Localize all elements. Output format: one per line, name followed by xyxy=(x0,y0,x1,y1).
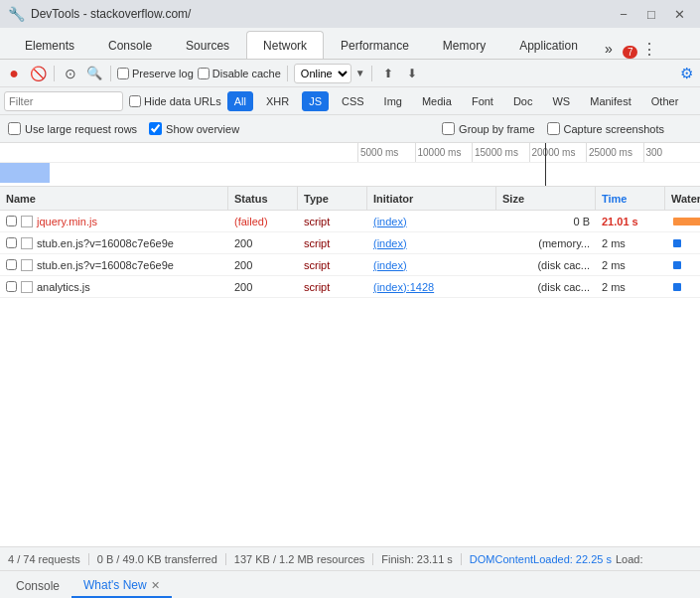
show-overview-label[interactable]: Show overview xyxy=(149,122,239,135)
tick-25000: 25000 ms xyxy=(586,143,643,162)
table-row[interactable]: jquery.min.js (failed) script (index) 0 … xyxy=(0,211,700,232)
close-button[interactable]: ✕ xyxy=(666,4,692,24)
options-right: Group by frame Capture screenshots xyxy=(442,122,664,135)
row-checkbox-3[interactable] xyxy=(6,259,17,270)
empty-table-space xyxy=(0,298,700,517)
filter-bar: Hide data URLs All XHR JS CSS Img Media … xyxy=(0,87,700,115)
divider-4 xyxy=(371,66,372,81)
th-type[interactable]: Type xyxy=(298,187,367,210)
show-overview-checkbox[interactable] xyxy=(149,122,162,135)
file-icon-4 xyxy=(21,281,33,293)
filter-button[interactable]: ⊙ xyxy=(61,64,80,83)
filter-type-media[interactable]: Media xyxy=(415,91,459,111)
td-time-3: 2 ms xyxy=(596,259,665,271)
tab-network[interactable]: Network xyxy=(246,31,324,59)
td-time-1: 21.01 s xyxy=(596,216,665,227)
td-waterfall-1 xyxy=(665,214,700,229)
tick-300: 300 xyxy=(643,143,701,162)
tab-elements[interactable]: Elements xyxy=(8,31,91,59)
td-status-1: (failed) xyxy=(228,216,298,227)
more-tabs-button[interactable]: » xyxy=(599,39,619,59)
th-status[interactable]: Status xyxy=(228,187,298,210)
th-size[interactable]: Size xyxy=(496,187,596,210)
td-initiator-2[interactable]: (index) xyxy=(367,237,496,249)
td-initiator-1[interactable]: (index) xyxy=(367,216,496,227)
large-rows-label[interactable]: Use large request rows xyxy=(8,122,137,135)
close-whatsnew-icon[interactable]: ✕ xyxy=(151,579,160,592)
network-toolbar: ● 🚫 ⊙ 🔍 Preserve log Disable cache Onlin… xyxy=(0,60,700,87)
throttle-select[interactable]: Online xyxy=(294,64,351,83)
bottom-tab-whatsnew[interactable]: What's New ✕ xyxy=(71,574,172,598)
tab-sources[interactable]: Sources xyxy=(169,31,246,59)
td-type-1: script xyxy=(298,216,367,227)
filter-type-all[interactable]: All xyxy=(227,91,253,111)
filter-type-css[interactable]: CSS xyxy=(335,91,371,111)
th-name[interactable]: Name xyxy=(0,187,228,210)
row-checkbox-4[interactable] xyxy=(6,281,17,292)
row-checkbox-2[interactable] xyxy=(6,237,17,248)
filter-type-manifest[interactable]: Manifest xyxy=(583,91,638,111)
td-time-2: 2 ms xyxy=(596,237,665,249)
divider-1 xyxy=(54,66,55,81)
tab-performance[interactable]: Performance xyxy=(324,31,426,59)
table-row[interactable]: stub.en.js?v=16008c7e6e9e 200 script (in… xyxy=(0,232,700,254)
group-by-frame-label[interactable]: Group by frame xyxy=(442,122,534,135)
finish-time: Finish: 23.11 s xyxy=(381,553,462,565)
filter-type-img[interactable]: Img xyxy=(377,91,409,111)
row-checkbox-1[interactable] xyxy=(6,216,17,226)
th-time[interactable]: Time xyxy=(596,187,665,210)
record-button[interactable]: ● xyxy=(4,64,24,83)
options-bar: Use large request rows Show overview Gro… xyxy=(0,115,700,143)
td-name-1: jquery.min.js xyxy=(0,216,228,227)
preserve-log-label[interactable]: Preserve log xyxy=(117,68,194,79)
table-row[interactable]: stub.en.js?v=16008c7e6e9e 200 script (in… xyxy=(0,254,700,276)
td-status-3: 200 xyxy=(228,259,298,271)
import-button[interactable]: ⬆ xyxy=(378,64,398,83)
filter-type-js[interactable]: JS xyxy=(302,91,329,111)
th-waterfall[interactable]: Waterfall xyxy=(665,187,700,210)
table-row[interactable]: analytics.js 200 script (index):1428 (di… xyxy=(0,276,700,298)
filter-type-doc[interactable]: Doc xyxy=(506,91,540,111)
maximize-button[interactable]: □ xyxy=(638,4,664,24)
window-title: DevTools - stackoverflow.com/ xyxy=(31,7,605,21)
large-rows-checkbox[interactable] xyxy=(8,122,21,135)
export-button[interactable]: ⬇ xyxy=(402,64,422,83)
table-header: Name Status Type Initiator Size Time Wat… xyxy=(0,187,700,211)
th-initiator[interactable]: Initiator xyxy=(367,187,496,210)
disable-cache-label[interactable]: Disable cache xyxy=(198,68,281,79)
preserve-log-checkbox[interactable] xyxy=(117,68,129,79)
minimize-button[interactable]: − xyxy=(611,4,636,24)
settings-button[interactable]: ⚙ xyxy=(676,64,696,83)
filter-type-other[interactable]: Other xyxy=(644,91,686,111)
file-icon-3 xyxy=(21,259,33,271)
timeline-overview-bar xyxy=(0,163,50,183)
filter-type-ws[interactable]: WS xyxy=(545,91,577,111)
group-by-frame-checkbox[interactable] xyxy=(442,122,455,135)
capture-screenshots-checkbox[interactable] xyxy=(547,122,560,135)
bottom-tab-console[interactable]: Console xyxy=(4,574,71,598)
hide-data-urls-label[interactable]: Hide data URLs xyxy=(129,95,221,107)
tab-application[interactable]: Application xyxy=(502,31,595,59)
td-name-4: analytics.js xyxy=(0,281,228,293)
filter-type-font[interactable]: Font xyxy=(465,91,500,111)
tick-20000: 20000 ms xyxy=(529,143,587,162)
clear-button[interactable]: 🚫 xyxy=(28,64,48,83)
disable-cache-checkbox[interactable] xyxy=(198,68,210,79)
favicon-icon: 🔧 xyxy=(8,6,25,22)
search-button[interactable]: 🔍 xyxy=(84,64,104,83)
td-initiator-4[interactable]: (index):1428 xyxy=(367,281,496,293)
title-bar: 🔧 DevTools - stackoverflow.com/ − □ ✕ xyxy=(0,0,700,28)
filter-input[interactable] xyxy=(4,91,123,111)
td-waterfall-2 xyxy=(665,235,700,251)
file-icon-1 xyxy=(21,216,33,227)
td-initiator-3[interactable]: (index) xyxy=(367,259,496,271)
devtools-menu-icon[interactable]: ⋮ xyxy=(641,40,657,59)
filter-type-xhr[interactable]: XHR xyxy=(259,91,296,111)
network-table: Name Status Type Initiator Size Time Wat… xyxy=(0,187,700,546)
tab-console[interactable]: Console xyxy=(91,31,169,59)
options-left: Use large request rows Show overview xyxy=(8,122,239,135)
hide-data-urls-checkbox[interactable] xyxy=(129,95,141,107)
capture-screenshots-label[interactable]: Capture screenshots xyxy=(547,122,665,135)
tab-memory[interactable]: Memory xyxy=(426,31,502,59)
td-name-2: stub.en.js?v=16008c7e6e9e xyxy=(0,237,228,249)
